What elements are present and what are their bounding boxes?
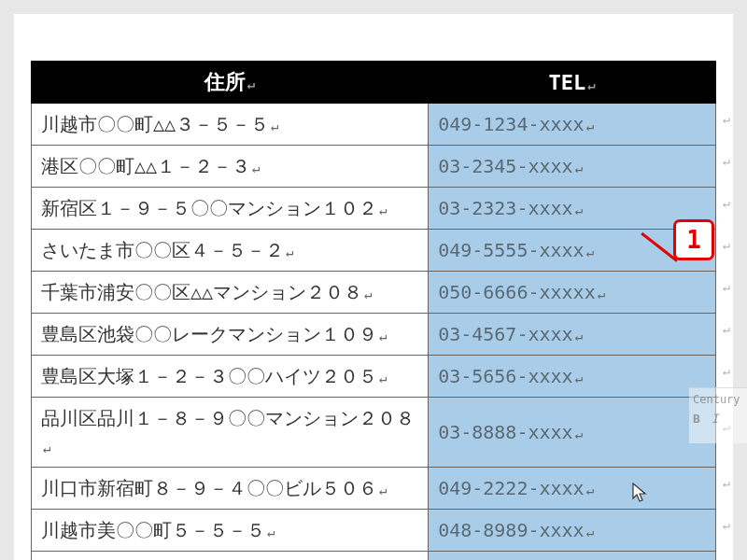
- paragraph-mark-icon: ↵: [586, 119, 594, 133]
- table-row: 豊島区大塚１－２－３〇〇ハイツ２０５↵03-5656-xxxx↵↵: [32, 356, 716, 398]
- table-row: 千葉市浦安〇〇区△△マンション２０８↵050-6666-xxxxx↵↵: [32, 272, 716, 314]
- table-row: 港区〇〇町△△１－２－３↵03-2345-xxxx↵↵: [32, 146, 716, 188]
- row-end-mark-icon: ↵: [723, 236, 730, 255]
- cell-address[interactable]: 豊島区池袋〇〇レークマンション１０９↵: [32, 314, 429, 356]
- table-row: 川越市美〇〇町５－５－５↵048-8989-xxxx↵↵: [32, 510, 716, 552]
- paragraph-mark-icon: ↵: [379, 329, 387, 343]
- paragraph-mark-icon: ↵: [43, 441, 50, 455]
- table-row: 新宿区１－９－５〇〇マンション１０２↵03-2323-xxxx↵↵: [32, 188, 716, 230]
- callout-number: 1: [686, 226, 701, 254]
- cell-address[interactable]: 川口市新宿町８－９－４〇〇ビル５０６↵: [32, 468, 429, 510]
- cell-address[interactable]: 川越市〇〇町△△３－５－５↵: [32, 103, 429, 146]
- cell-tel[interactable]: 050-6666-xxxxx↵↵: [429, 272, 716, 314]
- cell-address[interactable]: 港区〇〇町△△１－２－３↵: [32, 146, 429, 188]
- row-end-mark-icon: ↵: [723, 362, 730, 381]
- row-end-mark-icon: ↵: [723, 516, 730, 535]
- cell-address[interactable]: 新宿区１－９－５〇〇マンション１０２↵: [32, 188, 429, 230]
- paragraph-mark-icon: ↵: [575, 371, 583, 385]
- paragraph-mark-icon: ↵: [379, 371, 387, 385]
- paragraph-mark-icon: ↵: [271, 119, 278, 133]
- table-row: 川越市〇〇町△△３－５－５↵049-1234-xxxx↵↵: [32, 103, 716, 146]
- row-end-mark-icon: ↵: [723, 110, 730, 129]
- cell-address[interactable]: 千葉市浦安〇〇区△△マンション２０８↵: [32, 272, 429, 314]
- table-row: さいたま市〇〇区４－５－２↵049-5555-xxxx↵↵: [32, 230, 716, 272]
- table-row: 豊島区池袋〇〇レークマンション１０９↵03-4567-xxxx↵↵: [32, 314, 716, 356]
- table-header-row: 住所↵ TEL↵: [32, 62, 716, 103]
- row-end-mark-icon: ↵: [723, 152, 730, 171]
- paragraph-mark-icon: ↵: [598, 287, 605, 301]
- paragraph-mark-icon: ↵: [586, 525, 594, 539]
- cell-address[interactable]: さいたま市〇〇区４－５－２↵: [32, 230, 429, 272]
- mouse-cursor-icon: [632, 483, 649, 509]
- header-tel: TEL↵: [429, 62, 716, 103]
- cell-address[interactable]: 川越市美〇〇町５－５－５↵: [32, 510, 429, 552]
- bold-button[interactable]: B: [693, 412, 700, 426]
- paragraph-mark-icon: ↵: [575, 329, 583, 343]
- table-row: 県横浜市青葉区〇〇青葉マンション５０３↵054-7777-xxxx↵↵: [32, 552, 716, 561]
- cell-address[interactable]: 県横浜市青葉区〇〇青葉マンション５０３↵: [32, 552, 429, 561]
- table-row: 川口市新宿町８－９－４〇〇ビル５０６↵049-2222-xxxx↵↵: [32, 468, 716, 510]
- cell-tel[interactable]: 049-1234-xxxx↵↵: [429, 103, 716, 146]
- cell-address[interactable]: 豊島区大塚１－２－３〇〇ハイツ２０５↵: [32, 356, 429, 398]
- paragraph-mark-icon: ↵: [586, 245, 594, 259]
- paragraph-mark-icon: ↵: [575, 203, 583, 217]
- table-row: 品川区品川１－８－９〇〇マンション２０８↵03-8888-xxxx↵↵: [32, 398, 716, 468]
- mini-format-toolbar[interactable]: Century B I: [689, 387, 747, 443]
- paragraph-mark-icon: ↵: [364, 287, 372, 301]
- paragraph-mark-icon: ↵: [379, 203, 387, 217]
- header-address: 住所↵: [32, 62, 429, 103]
- paragraph-mark-icon: ↵: [252, 161, 260, 175]
- cell-tel[interactable]: 03-5656-xxxx↵↵: [429, 356, 716, 398]
- font-name: Century: [693, 393, 743, 406]
- italic-button[interactable]: I: [712, 412, 719, 426]
- paragraph-mark-icon: ↵: [575, 427, 583, 441]
- paragraph-mark-icon: ↵: [586, 483, 594, 497]
- cell-tel[interactable]: 048-8989-xxxx↵↵: [429, 510, 716, 552]
- cell-tel[interactable]: 049-2222-xxxx↵↵: [429, 468, 716, 510]
- annotation-callout: 1: [673, 219, 714, 260]
- paragraph-mark-icon: ↵: [587, 77, 595, 92]
- document-page: 住所↵ TEL↵ 川越市〇〇町△△３－５－５↵049-1234-xxxx↵↵港区…: [14, 14, 733, 560]
- row-end-mark-icon: ↵: [723, 278, 730, 297]
- paragraph-mark-icon: ↵: [379, 483, 387, 497]
- cell-tel[interactable]: 03-8888-xxxx↵↵: [429, 398, 716, 468]
- row-end-mark-icon: ↵: [723, 194, 730, 213]
- row-end-mark-icon: ↵: [723, 320, 730, 339]
- paragraph-mark-icon: ↵: [575, 161, 583, 175]
- cell-tel[interactable]: 03-4567-xxxx↵↵: [429, 314, 716, 356]
- cell-address[interactable]: 品川区品川１－８－９〇〇マンション２０８↵: [32, 398, 429, 468]
- cell-tel[interactable]: 03-2345-xxxx↵↵: [429, 146, 716, 188]
- paragraph-mark-icon: ↵: [286, 245, 293, 259]
- paragraph-mark-icon: ↵: [267, 525, 275, 539]
- paragraph-mark-icon: ↵: [247, 77, 255, 91]
- cell-tel[interactable]: 03-2323-xxxx↵↵: [429, 188, 716, 230]
- cell-tel[interactable]: 054-7777-xxxx↵↵: [429, 552, 716, 561]
- address-table: 住所↵ TEL↵ 川越市〇〇町△△３－５－５↵049-1234-xxxx↵↵港区…: [31, 61, 716, 560]
- row-end-mark-icon: ↵: [723, 474, 730, 493]
